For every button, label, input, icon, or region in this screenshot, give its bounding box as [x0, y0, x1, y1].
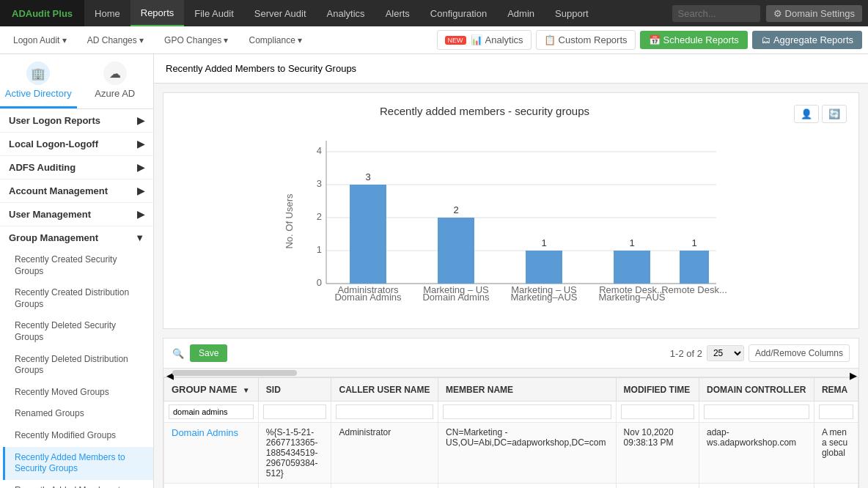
sidebar-item-recently-created-distribution[interactable]: Recently Created Distribution Groups	[3, 282, 153, 315]
nav-file-audit[interactable]: File Audit	[184, 0, 243, 26]
nav-alerts[interactable]: Alerts	[375, 0, 420, 26]
col-group-name[interactable]: GROUP NAME ▼	[164, 378, 259, 402]
group-items: Recently Created Security Groups Recentl…	[0, 249, 153, 488]
table-header-row: GROUP NAME ▼ SID CALLER USER NAME MEMBER…	[164, 378, 858, 402]
local-logon-header[interactable]: Local Logon-Logoff ▶	[0, 133, 153, 155]
svg-text:4: 4	[317, 145, 322, 156]
col-domain-controller[interactable]: DOMAIN CONTROLLER	[699, 378, 814, 402]
rema-cell: A men	[814, 484, 858, 489]
sidebar-active-directory-icon[interactable]: 🏢 Active Directory	[0, 54, 77, 108]
add-remove-columns-button[interactable]: Add/Remove Columns	[749, 344, 850, 362]
table-toolbar: 🔍 Save 1-2 of 2 25 50 100 Add/Remove Col…	[163, 339, 858, 369]
sidebar-azure-ad-icon[interactable]: ☁ Azure AD	[77, 54, 154, 108]
per-page-select[interactable]: 25 50 100	[707, 345, 744, 361]
calendar-icon: 📅	[649, 34, 661, 45]
col-member-name[interactable]: MEMBER NAME	[438, 378, 616, 402]
svg-text:3: 3	[365, 171, 370, 182]
nav-server-audit[interactable]: Server Audit	[244, 0, 317, 26]
filter-dc[interactable]	[704, 404, 809, 419]
domain-settings-button[interactable]: ⚙ Domain Settings	[766, 5, 862, 22]
nav-reports[interactable]: Reports	[130, 0, 185, 26]
sidebar-item-recently-added-security[interactable]: Recently Added Members to Security Group…	[3, 447, 153, 480]
bar-4	[614, 251, 650, 284]
user-logon-header[interactable]: User Logon Reports ▶	[0, 109, 153, 132]
chevron-down-icon: ▼	[135, 232, 144, 243]
chart-refresh-icon-button[interactable]: 🔄	[822, 105, 847, 123]
user-management-label: User Management	[9, 209, 91, 220]
filter-member[interactable]	[443, 404, 611, 419]
col-modified-time[interactable]: MODIFIED TIME	[616, 378, 699, 402]
horizontal-scrollbar[interactable]: ◀ ▶	[163, 369, 858, 377]
col-rema[interactable]: REMA	[814, 378, 858, 402]
adfs-header[interactable]: ADFS Auditing ▶	[0, 156, 153, 179]
search-icon-button[interactable]: 🔍	[172, 348, 184, 359]
sid-cell: %{S-1-5-21-2667713365-	[258, 484, 331, 489]
nav-right: ⚙ Domain Settings	[672, 5, 868, 22]
group-management-section: Group Management ▼ Recently Created Secu…	[0, 226, 153, 488]
nav-support[interactable]: Support	[545, 0, 599, 26]
user-management-header[interactable]: User Management ▶	[0, 203, 153, 226]
analytics-button[interactable]: NEW 📊 Analytics	[437, 30, 532, 50]
new-badge: NEW	[445, 36, 466, 45]
chevron-right-icon: ▶	[137, 162, 144, 173]
compliance-dropdown[interactable]: Compliance ▾	[241, 26, 309, 54]
chart-area: 👤 🔄 Recently added members - security gr…	[163, 92, 859, 329]
search-input[interactable]	[672, 5, 760, 22]
sidebar-item-recently-deleted-distribution[interactable]: Recently Deleted Distribution Groups	[3, 349, 153, 382]
sidebar-item-recently-deleted-security[interactable]: Recently Deleted Security Groups	[3, 315, 153, 348]
save-button[interactable]: Save	[190, 344, 227, 362]
aggregate-reports-button[interactable]: 🗂 Aggregate Reports	[752, 31, 862, 49]
user-logon-section: User Logon Reports ▶	[0, 109, 153, 133]
caller-cell: Administrator	[331, 423, 438, 484]
scroll-thumb[interactable]	[172, 370, 297, 376]
group-management-header[interactable]: Group Management ▼	[0, 226, 153, 249]
member-cell: CN=pooja sh,OU=bapiv	[438, 484, 616, 489]
gear-icon: ⚙	[773, 8, 782, 19]
adfs-label: ADFS Auditing	[9, 162, 76, 173]
aggregate-icon: 🗂	[761, 34, 770, 45]
sidebar-item-recently-created-security[interactable]: Recently Created Security Groups	[3, 249, 153, 282]
filter-rema[interactable]	[819, 404, 853, 419]
logon-audit-dropdown[interactable]: Logon Audit ▾	[6, 26, 74, 54]
filter-caller[interactable]	[336, 404, 433, 419]
filter-group-name[interactable]	[169, 404, 254, 419]
bar-2	[438, 218, 474, 284]
filter-time[interactable]	[621, 404, 694, 419]
table-row: Domain Admins %{S-1-5-21-2667713365- bap…	[164, 484, 858, 489]
group-name-link[interactable]: Domain Admins	[172, 427, 238, 438]
gpo-changes-dropdown[interactable]: GPO Changes ▾	[157, 26, 235, 54]
sidebar-item-recently-modified[interactable]: Recently Modified Groups	[3, 425, 153, 447]
report-icon: 📋	[544, 34, 556, 45]
time-cell: Nov 10,2020 09:38:13 PM	[616, 423, 699, 484]
nav-configuration[interactable]: Configuration	[420, 0, 497, 26]
svg-text:Domain Admins: Domain Admins	[422, 292, 490, 303]
sub-navigation: Logon Audit ▾ AD Changes ▾ GPO Changes ▾…	[0, 26, 868, 54]
active-directory-label: Active Directory	[5, 88, 72, 99]
nav-admin[interactable]: Admin	[497, 0, 545, 26]
nav-home[interactable]: Home	[84, 0, 130, 26]
sort-icon: ▼	[243, 386, 250, 394]
custom-reports-button[interactable]: 📋 Custom Reports	[536, 30, 636, 50]
col-caller-user-name[interactable]: CALLER USER NAME	[331, 378, 438, 402]
custom-reports-label: Custom Reports	[559, 34, 628, 45]
chart-user-icon-button[interactable]: 👤	[794, 105, 819, 123]
rema-cell: A men a secu global	[814, 423, 858, 484]
sidebar-item-renamed[interactable]: Renamed Groups	[3, 403, 153, 425]
caller-cell: bapiv	[331, 484, 438, 489]
filter-sid[interactable]	[263, 404, 327, 419]
ad-changes-dropdown[interactable]: AD Changes ▾	[80, 26, 151, 54]
nav-analytics[interactable]: Analytics	[317, 0, 375, 26]
sidebar-item-recently-moved[interactable]: Recently Moved Groups	[3, 382, 153, 404]
account-management-header[interactable]: Account Management ▶	[0, 180, 153, 202]
chevron-right-icon: ▶	[137, 138, 144, 149]
local-logon-label: Local Logon-Logoff	[9, 138, 98, 149]
local-logon-section: Local Logon-Logoff ▶	[0, 133, 153, 156]
sidebar-item-recently-added[interactable]: Recently Added Members to	[3, 480, 153, 488]
bar-5	[680, 251, 709, 284]
col-sid[interactable]: SID	[258, 378, 331, 402]
schedule-reports-button[interactable]: 📅 Schedule Reports	[640, 31, 748, 49]
svg-text:Marketing–AUS: Marketing–AUS	[598, 292, 665, 303]
azure-icon: ☁	[103, 62, 127, 85]
svg-text:Domain Admins: Domain Admins	[334, 292, 402, 303]
sub-nav-right: NEW 📊 Analytics 📋 Custom Reports 📅 Sched…	[437, 30, 862, 50]
